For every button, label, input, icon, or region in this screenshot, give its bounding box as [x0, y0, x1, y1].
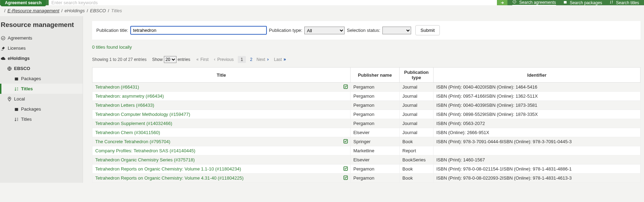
list-controls: Showing 1 to 20 of 27 entries Show 20 en…	[92, 53, 640, 67]
cell-title: Tetrahedron Reports on Organic Chemistry…	[92, 174, 351, 183]
cell-identifier: ISBN (Print): 978-3-7091-0444-6ISBN (Onl…	[434, 137, 640, 146]
sidebar-item-ebsco[interactable]: EBSCO	[0, 63, 83, 74]
cell-publisher: Pergamon	[351, 101, 400, 110]
page-next[interactable]: Next	[257, 57, 270, 62]
cell-title: Tetrahedron Supplement (#14032466)	[92, 119, 351, 128]
title-link[interactable]: Tetrahedron Organic Chemistry Series (#3…	[95, 157, 195, 162]
action-search-agreements[interactable]: Search agreements	[512, 0, 556, 6]
results-table: Title Publisher name Publication type Id…	[92, 67, 640, 183]
breadcrumb-link-1[interactable]: E-Resource management	[7, 8, 59, 13]
arrow-right-icon	[500, 1, 504, 5]
selection-status-select[interactable]	[382, 27, 411, 34]
cell-publisher: Pergamon	[351, 83, 400, 92]
svg-rect-4	[15, 77, 18, 80]
cell-title: Tetrahedron Reports on Organic Chemistry…	[92, 165, 351, 174]
cell-title: Company Profiles: Tetrahedron SAS (#1414…	[92, 146, 351, 155]
cell-title: Tetrahedron Chem (#30411560)	[92, 128, 351, 137]
title-link[interactable]: Tetrahedron Reports on Organic Chemistry…	[95, 166, 241, 172]
cell-identifier: ISBN (Print): 1460-1567	[434, 155, 640, 165]
cell-type: Journal	[400, 101, 434, 110]
title-link[interactable]: Tetrahedron Supplement (#14032466)	[95, 121, 172, 126]
action-search-agreements-label: Search agreements	[519, 0, 556, 5]
cell-type: Book	[400, 137, 434, 146]
pagination: First Previous 1 2 Next Last	[196, 56, 286, 63]
action-search-titles[interactable]: Search titles	[609, 0, 639, 5]
sidebar: Resource management Agreements Licenses …	[0, 16, 83, 183]
breadcrumb-item-3[interactable]: EBSCO	[90, 8, 106, 13]
sidebar-item-licenses[interactable]: Licenses	[0, 43, 83, 53]
search-go-button[interactable]	[497, 0, 507, 5]
th-title[interactable]: Title	[92, 68, 351, 83]
pub-title-label: Publication title:	[96, 28, 128, 33]
table-row: Tetrahedron Reports on Organic Chemistry…	[92, 165, 640, 174]
table-row: Tetrahedron (#66431)PergamonJournalISBN …	[92, 83, 640, 92]
cell-title: Tetrahedron: asymmetry (#66434)	[92, 92, 351, 101]
cell-publisher: Pergamon	[351, 165, 400, 174]
cell-identifier: ISBN (Online): 2666-951X	[434, 128, 640, 137]
page-first[interactable]: First	[196, 57, 208, 62]
package-icon	[14, 107, 19, 112]
svg-rect-1	[564, 1, 567, 4]
th-publisher[interactable]: Publisher name	[351, 68, 400, 83]
sidebar-item-ebsco-packages-label: Packages	[21, 76, 41, 81]
sidebar-item-agreements[interactable]: Agreements	[0, 33, 83, 43]
title-link[interactable]: Tetrahedron Computer Methodology (#15947…	[95, 112, 190, 117]
cell-type: Journal	[400, 128, 434, 137]
breadcrumb-current: Titles	[111, 8, 122, 13]
title-link[interactable]: Tetrahedron: asymmetry (#66434)	[95, 93, 164, 99]
title-link[interactable]: Company Profiles: Tetrahedron SAS (#1414…	[95, 148, 195, 153]
found-local-text: 0 titles found locally	[92, 40, 640, 53]
pub-title-input[interactable]	[130, 26, 267, 35]
cell-identifier	[434, 146, 640, 155]
cell-title: Tetrahedron Letters (#66433)	[92, 101, 351, 110]
table-row: Tetrahedron Chem (#30411560)ElsevierJour…	[92, 128, 640, 137]
show-entries-select[interactable]: 20	[164, 56, 176, 63]
sidebar-item-eholdings[interactable]: eHoldings	[0, 53, 83, 63]
title-link[interactable]: Tetrahedron Letters (#66433)	[95, 103, 154, 108]
top-search-input[interactable]	[49, 0, 497, 5]
th-type[interactable]: Publication type	[400, 68, 434, 83]
page-first-label: First	[200, 57, 208, 62]
pub-type-label: Publication type:	[269, 28, 302, 33]
page-1[interactable]: 1	[238, 56, 246, 63]
sidebar-item-agreements-label: Agreements	[8, 35, 32, 41]
selected-check-icon	[343, 139, 348, 145]
cell-publisher: Pergamon	[351, 92, 400, 101]
sidebar-item-ebsco-packages[interactable]: Packages	[0, 74, 83, 84]
sidebar-item-local-titles-label: Titles	[21, 117, 32, 122]
selected-check-icon	[343, 84, 348, 90]
cell-publisher: Pergamon	[351, 119, 400, 128]
title-link[interactable]: Tetrahedron Chem (#30411560)	[95, 130, 160, 135]
submit-button[interactable]: Submit	[415, 25, 440, 35]
cell-identifier: ISBN (Print): 978-0-08-022093-2ISBN (Onl…	[434, 174, 640, 183]
sidebar-item-local[interactable]: Local	[0, 94, 83, 104]
breadcrumb-item-2[interactable]: eHoldings	[64, 8, 85, 13]
sidebar-item-local-packages[interactable]: Packages	[0, 104, 83, 114]
cloud-icon	[1, 56, 6, 61]
page-last[interactable]: Last	[274, 57, 286, 62]
cell-identifier: ISBN (Print): 0563-2072	[434, 119, 640, 128]
cell-type: Journal	[400, 110, 434, 119]
action-search-packages[interactable]: Search packages	[563, 0, 602, 5]
sort-icon	[609, 0, 614, 4]
title-link[interactable]: The Concrete Tetrahedron (#795704)	[95, 139, 170, 144]
th-identifier[interactable]: Identifier	[434, 68, 640, 83]
main-content: Publication title: Publication type: All…	[83, 16, 644, 183]
top-bar: Agreement search Search agreements Searc…	[0, 0, 644, 5]
svg-point-0	[513, 0, 516, 4]
chevron-double-left-icon	[196, 58, 199, 61]
chevron-double-right-icon	[283, 58, 286, 61]
page-previous[interactable]: Previous	[213, 57, 234, 62]
table-row: Tetrahedron: asymmetry (#66434)PergamonJ…	[92, 92, 640, 101]
pub-type-select[interactable]: All	[304, 27, 345, 34]
title-link[interactable]: Tetrahedron (#66431)	[95, 84, 139, 90]
cell-type: Book	[400, 165, 434, 174]
cell-publisher: Pergamon	[351, 110, 400, 119]
title-link[interactable]: Tetrahedron Reports on Organic Chemistry…	[95, 175, 243, 181]
sidebar-item-local-titles[interactable]: Titles	[0, 114, 83, 124]
sidebar-item-ebsco-titles[interactable]: Titles	[0, 84, 83, 94]
page-2[interactable]: 2	[250, 57, 252, 62]
check-circle-icon	[1, 36, 6, 41]
page-next-label: Next	[257, 57, 265, 62]
table-row: Tetrahedron Organic Chemistry Series (#3…	[92, 155, 640, 165]
